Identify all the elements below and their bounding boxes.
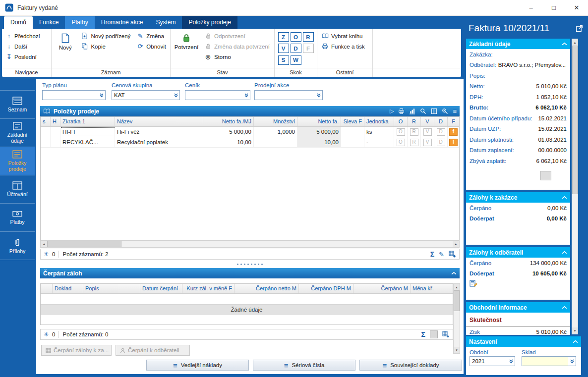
tab-system[interactable]: Systém bbox=[149, 16, 182, 29]
column-header[interactable]: Měna kř. bbox=[411, 284, 453, 293]
horizontal-scrollbar[interactable]: ◂ ▸ bbox=[40, 240, 460, 248]
jump-v-button[interactable]: V bbox=[278, 44, 289, 53]
column-header[interactable]: Netto fa./MJ bbox=[203, 117, 254, 126]
scroll-left-icon[interactable]: ◂ bbox=[41, 241, 47, 247]
tab-polozky-prodeje[interactable]: Položky prodeje bbox=[182, 16, 237, 29]
tab-platby[interactable]: Platby bbox=[65, 16, 94, 29]
dropdown-icon[interactable] bbox=[242, 91, 250, 100]
sidebar-item-zakladni-udaje[interactable]: Základní údaje bbox=[0, 119, 35, 147]
column-header[interactable]: H bbox=[51, 117, 60, 126]
functions-print-button[interactable]: Funkce a tisk bbox=[320, 42, 366, 51]
dropdown-icon[interactable] bbox=[98, 91, 105, 100]
splitter-handle[interactable] bbox=[40, 262, 460, 267]
table-add-icon[interactable] bbox=[442, 331, 450, 338]
vedlejsi-naklady-button[interactable]: ≡ Vedlejší náklady bbox=[146, 360, 249, 371]
last-button[interactable]: ↧Poslední bbox=[5, 52, 41, 62]
sum-icon[interactable]: Σ bbox=[430, 251, 434, 258]
sum-icon[interactable]: Σ bbox=[421, 331, 425, 338]
sidebar-item-platby[interactable]: Platby bbox=[0, 204, 35, 232]
typ-planu-combo[interactable] bbox=[42, 90, 106, 100]
jump-s-button[interactable]: S bbox=[278, 55, 289, 65]
scrollbar-thumb[interactable] bbox=[454, 290, 460, 311]
scrollbar-thumb[interactable] bbox=[572, 46, 578, 194]
columns-icon[interactable] bbox=[431, 108, 437, 114]
chevron-up-icon[interactable] bbox=[451, 271, 457, 275]
section-header-zalohy-odberateli[interactable]: Zálohy k odběrateli bbox=[466, 247, 570, 258]
dropdown-icon[interactable] bbox=[507, 357, 515, 366]
tab-domu[interactable]: Domů bbox=[4, 16, 33, 29]
section-header-obchodni-informace[interactable]: Obchodní informace bbox=[466, 302, 570, 313]
new-button[interactable]: Nový bbox=[55, 31, 76, 65]
column-header[interactable]: Netto fa. bbox=[297, 117, 341, 126]
note-edit-icon[interactable] bbox=[470, 280, 478, 287]
column-header[interactable]: D bbox=[434, 117, 448, 126]
table-row[interactable]: RECYKLAČ... Recyklační poplatek 10,00 10… bbox=[41, 137, 459, 148]
change-button[interactable]: ✎Změna bbox=[135, 31, 167, 41]
cenik-combo[interactable] bbox=[185, 90, 250, 100]
scroll-right-icon[interactable]: ▸ bbox=[453, 241, 459, 247]
scrollbar-thumb[interactable] bbox=[47, 241, 121, 247]
column-header[interactable]: s bbox=[41, 117, 51, 126]
jump-w-button[interactable]: W bbox=[291, 55, 301, 65]
tab-funkce[interactable]: Funkce bbox=[33, 16, 65, 29]
column-header[interactable]: Doklad bbox=[53, 284, 83, 293]
column-header[interactable]: F bbox=[448, 117, 459, 126]
dropdown-icon[interactable] bbox=[568, 357, 576, 366]
column-header[interactable]: Čerpáno M bbox=[353, 284, 411, 293]
maximize-button[interactable]: □ bbox=[542, 0, 565, 15]
copy-button[interactable]: Kopie bbox=[80, 42, 131, 51]
previous-button[interactable]: ↑Předchozí bbox=[5, 31, 41, 41]
edit-icon[interactable]: ✎ bbox=[439, 251, 444, 258]
confirm-button[interactable]: Potvrzení bbox=[174, 31, 199, 65]
table-add-icon[interactable] bbox=[449, 251, 456, 258]
tab-hromadne-akce[interactable]: Hromadné akce bbox=[95, 16, 150, 29]
column-header[interactable]: Sleva F bbox=[341, 117, 364, 126]
jump-o-button[interactable]: O bbox=[291, 32, 301, 42]
storno-button[interactable]: ⊗Storno bbox=[203, 52, 271, 61]
new-child-button[interactable]: Nový podřízený bbox=[80, 31, 131, 41]
sidebar-item-uctovani[interactable]: Účtování bbox=[0, 175, 35, 204]
close-button[interactable]: ✕ bbox=[565, 0, 588, 15]
column-header[interactable]: Zkratka 1 bbox=[60, 117, 115, 126]
table-row[interactable]: HI-FI Hi-Fi věž 5 000,00 1,0000 5 000,00… bbox=[41, 127, 459, 137]
column-header[interactable]: Kurz zál. v měně F bbox=[182, 284, 235, 293]
sidebar-item-prilohy[interactable]: Přílohy bbox=[0, 232, 35, 260]
jump-r-button[interactable]: R bbox=[303, 32, 314, 42]
section-header-nastaveni[interactable]: Nastavení bbox=[466, 336, 581, 347]
dropdown-icon[interactable] bbox=[172, 91, 179, 100]
zoom-icon[interactable] bbox=[442, 108, 448, 114]
dropdown-icon[interactable] bbox=[315, 91, 322, 100]
sidebar-item-seznam[interactable]: Seznam bbox=[0, 91, 35, 119]
minimize-button[interactable]: – bbox=[520, 0, 542, 15]
jump-z-button[interactable]: Z bbox=[278, 32, 289, 42]
souvisejici-doklady-button[interactable]: ≡ Související doklady bbox=[359, 360, 462, 371]
search-icon[interactable] bbox=[420, 108, 426, 114]
section-header-zakladni-udaje[interactable]: Základní údaje bbox=[466, 39, 570, 49]
select-book-button[interactable]: Vybrat knihu bbox=[320, 31, 366, 41]
column-header[interactable]: V bbox=[421, 117, 434, 126]
play-icon[interactable]: ▷ bbox=[390, 108, 394, 114]
scroll-down-icon[interactable]: ▾ bbox=[572, 327, 578, 334]
column-header[interactable]: O bbox=[394, 117, 408, 126]
column-header[interactable]: Datum čerpání bbox=[140, 284, 182, 293]
refresh-button[interactable]: ⟳Obnovit bbox=[135, 42, 167, 51]
print-icon[interactable] bbox=[398, 108, 405, 114]
column-header[interactable]: Jednotka bbox=[364, 117, 394, 126]
section-header-zalohy-zakazce[interactable]: Zálohy k zakázce bbox=[466, 192, 570, 203]
menu-icon[interactable]: ≡ bbox=[453, 108, 457, 114]
prodejni-akce-combo[interactable] bbox=[254, 90, 323, 100]
sklad-combo[interactable] bbox=[522, 356, 576, 366]
column-header[interactable]: Množství bbox=[254, 117, 297, 126]
column-header[interactable]: Čerpáno netto M bbox=[235, 284, 299, 293]
chart-icon[interactable] bbox=[409, 108, 415, 114]
column-header[interactable]: Čerpáno DPH M bbox=[299, 284, 353, 293]
jump-d-button[interactable]: D bbox=[291, 44, 301, 53]
next-button[interactable]: ↓Další bbox=[5, 42, 41, 52]
scroll-up-icon[interactable]: ▴ bbox=[454, 284, 460, 290]
scroll-up-icon[interactable]: ▴ bbox=[572, 39, 578, 46]
seriova-cisla-button[interactable]: ≡ Sériová čísla bbox=[253, 360, 355, 371]
detail-scrollbar[interactable]: ▴ ▾ bbox=[572, 39, 578, 334]
scroll-down-icon[interactable]: ▾ bbox=[454, 347, 460, 353]
vertical-scrollbar[interactable]: ▴ ▾ bbox=[453, 283, 460, 354]
obdobi-combo[interactable]: 2021 bbox=[470, 356, 515, 366]
